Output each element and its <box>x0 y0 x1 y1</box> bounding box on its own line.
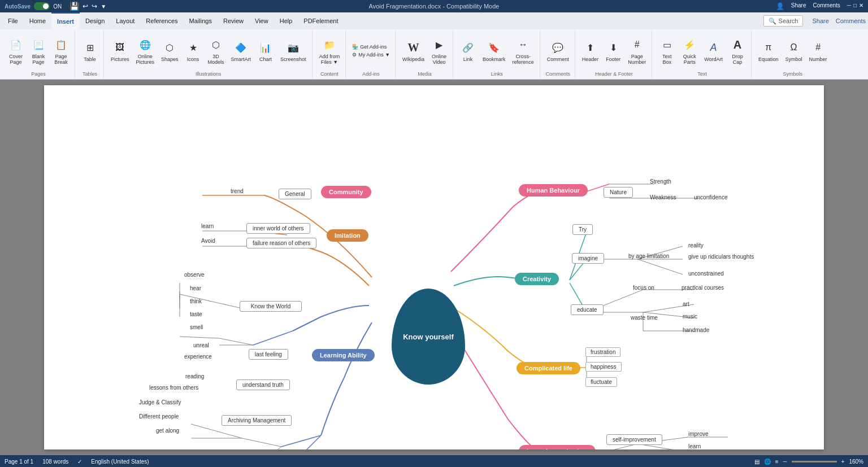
my-addins-button[interactable]: ⚙ My Add-ins ▼ <box>350 51 392 58</box>
judge-node: Judge & Classify <box>139 399 181 405</box>
page-number-button[interactable]: # PageNumber <box>626 36 648 66</box>
comments-ribbon-button[interactable]: Comments <box>836 18 866 24</box>
get-addins-icon: 🏪 <box>352 44 358 50</box>
link-icon: 🔗 <box>460 40 476 55</box>
header-button[interactable]: ⬆ Header <box>580 38 601 63</box>
tab-mailings[interactable]: Mailings <box>184 12 218 29</box>
svg-line-26 <box>637 259 683 274</box>
symbol-button[interactable]: Ω Symbol <box>783 38 805 63</box>
tab-help[interactable]: Help <box>274 12 298 29</box>
tab-insert[interactable]: Insert <box>51 12 80 29</box>
tab-view[interactable]: View <box>249 12 274 29</box>
quick-parts-icon: ⚡ <box>682 37 697 53</box>
close-button[interactable]: ✕ <box>859 2 863 10</box>
save-icon[interactable]: 💾 <box>70 2 79 11</box>
happiness-node: happiness <box>585 362 622 372</box>
pictures-icon: 🖼 <box>112 40 128 55</box>
smartart-button[interactable]: 🔷 SmartArt <box>229 38 254 63</box>
redo-icon[interactable]: ↪ <box>92 2 97 10</box>
ribbon-search[interactable]: 🔍 Search <box>763 15 804 27</box>
quick-parts-button[interactable]: ⚡ QuickParts <box>679 36 700 66</box>
educate-node: educate <box>571 304 604 315</box>
general-node: General <box>279 189 311 199</box>
cover-page-button[interactable]: 📄 CoverPage <box>6 36 26 66</box>
drop-cap-button[interactable]: A DropCap <box>727 36 748 66</box>
tab-review[interactable]: Review <box>218 12 249 29</box>
cross-reference-button[interactable]: ↔ Cross-reference <box>510 36 536 66</box>
art-node: art <box>683 301 689 307</box>
ribbon-group-text: ▭ TextBox ⚡ QuickParts A WordArt A DropC… <box>653 30 752 78</box>
chart-icon: 📊 <box>258 40 274 55</box>
bookmark-button[interactable]: 🔖 Bookmark <box>480 38 508 63</box>
search-icon: 🔍 <box>769 18 776 25</box>
pictures-button[interactable]: 🖼 Pictures <box>108 38 132 63</box>
wikipedia-button[interactable]: W Wikipedia <box>400 38 427 63</box>
minimize-button[interactable]: ─ <box>847 2 851 10</box>
number-icon: # <box>810 40 826 55</box>
blank-page-button[interactable]: 📃 BlankPage <box>28 36 49 66</box>
share-button[interactable]: Share <box>791 2 806 10</box>
zoom-in-button[interactable]: + <box>841 459 845 465</box>
autosave-toggle[interactable] <box>34 2 50 10</box>
app-name: AutoSave <box>5 3 31 10</box>
taste-node: taste <box>190 311 202 317</box>
table-button[interactable]: ⊞ Table <box>80 38 100 63</box>
tab-design[interactable]: Design <box>80 12 110 29</box>
word-count: 108 words <box>42 459 68 465</box>
mindmap: Know yourself Community General trend Im… <box>44 85 824 449</box>
screenshot-icon: 📷 <box>285 40 301 55</box>
tab-references[interactable]: References <box>140 12 183 29</box>
view-mode-print[interactable]: ▤ <box>754 459 760 465</box>
reading-node: reading <box>185 373 204 379</box>
get-along-node: get along <box>156 427 179 434</box>
online-pictures-button[interactable]: 🌐 OnlinePictures <box>134 36 157 66</box>
equation-icon: π <box>761 40 776 55</box>
add-from-files-button[interactable]: 📁 Add fromFiles ▼ <box>317 36 342 66</box>
zoom-out-button[interactable]: ─ <box>783 459 787 465</box>
blank-page-icon: 📃 <box>31 37 46 53</box>
tab-file[interactable]: File <box>2 12 24 29</box>
svg-line-51 <box>191 424 242 438</box>
equation-button[interactable]: π Equation <box>756 38 781 63</box>
drop-cap-icon: A <box>730 37 745 53</box>
svg-line-50 <box>242 447 281 449</box>
shapes-button[interactable]: ⬡ Shapes <box>159 38 181 63</box>
link-button[interactable]: 🔗 Link <box>458 38 478 63</box>
tables-items: ⊞ Table <box>80 30 100 71</box>
wordart-button[interactable]: A WordArt <box>702 38 725 63</box>
tab-home[interactable]: Home <box>24 12 51 29</box>
comments-group-label: Comments <box>545 71 570 78</box>
undo-icon[interactable]: ↩ <box>83 2 88 10</box>
icons-button[interactable]: ★ Icons <box>183 38 203 63</box>
document-area: Know yourself Community General trend Im… <box>0 80 868 455</box>
experience-node: experience <box>184 353 212 360</box>
3d-models-button[interactable]: ⬡ 3DModels <box>206 36 227 66</box>
comment-button[interactable]: 💬 Comment <box>545 38 571 63</box>
maximize-button[interactable]: □ <box>853 2 857 10</box>
footer-icon: ⬇ <box>605 40 621 55</box>
customize-icon[interactable]: ▼ <box>101 3 106 10</box>
comments-button[interactable]: Comments <box>813 2 840 10</box>
tab-pdfelement[interactable]: PDFelement <box>298 12 344 29</box>
avoid-node: Avoid <box>201 238 215 244</box>
chart-button[interactable]: 📊 Chart <box>255 38 276 63</box>
page-break-button[interactable]: 📋 PageBreak <box>51 36 71 66</box>
share-ribbon-button[interactable]: Share <box>812 18 828 24</box>
language: English (United States) <box>91 459 149 465</box>
zoom-level: 160% <box>849 459 863 465</box>
mindmap-svg <box>44 85 824 449</box>
illustrations-label: Illustrations <box>196 71 222 78</box>
online-video-button[interactable]: ▶ OnlineVideo <box>429 36 449 66</box>
text-box-button[interactable]: ▭ TextBox <box>657 36 677 66</box>
screenshot-button[interactable]: 📷 Screenshot <box>278 38 309 63</box>
view-mode-outline[interactable]: ≡ <box>775 459 779 465</box>
view-mode-web[interactable]: 🌐 <box>764 459 771 465</box>
number-button[interactable]: # Number <box>807 38 830 63</box>
footer-button[interactable]: ⬇ Footer <box>603 38 623 63</box>
tab-layout[interactable]: Layout <box>110 12 140 29</box>
ribbon-group-symbols: π Equation Ω Symbol # Number Symbols <box>753 30 833 78</box>
page-break-icon: 📋 <box>53 37 69 53</box>
tables-label: Tables <box>83 71 97 78</box>
get-addins-button[interactable]: 🏪 Get Add-ins <box>350 43 388 50</box>
zoom-slider[interactable] <box>792 461 837 462</box>
